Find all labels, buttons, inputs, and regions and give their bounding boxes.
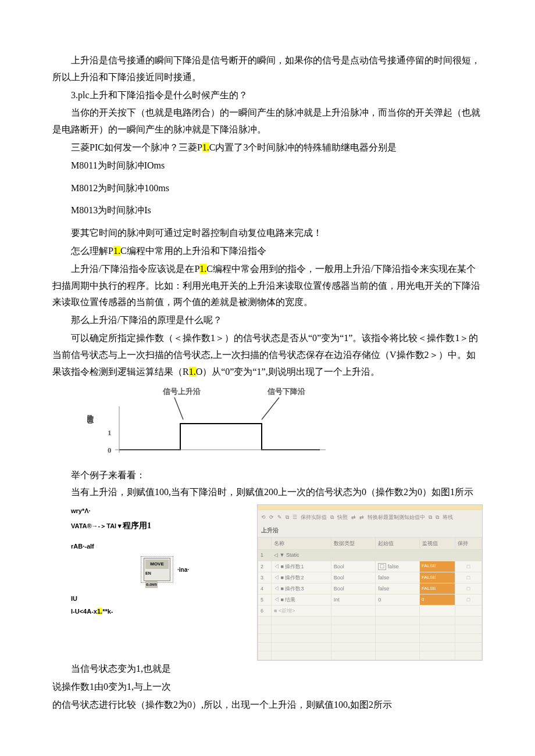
- para-3: 当你的开关按下（也就是电路闭合）的一瞬间产生的脉冲就是上升沿脉冲，而当你的开关弹…: [52, 105, 483, 138]
- example-l1: 举个例子来看看：: [71, 467, 483, 484]
- example-block: 举个例子来看看： 当有上升沿，则赋值100,当有下降沿时，则赋值200上一次的信…: [71, 467, 483, 661]
- after-p1: 当信号状态变为1,也就是: [52, 661, 483, 678]
- para-8: 要其它时间的脉冲则可通过定时器控制自动复位电路来完成！: [52, 225, 483, 242]
- tool-icon[interactable]: ⧉: [429, 513, 432, 522]
- para-9: 怎么理解P1.C编程中常用的上升沿和下降沿指令: [52, 243, 483, 260]
- after-p2: 说操作数1由0变为1,与上一次: [52, 679, 483, 696]
- highlight: 1.: [113, 246, 120, 256]
- table-row[interactable]: 2◁ ■ 操作数1Bool☐ falseFALSE□: [258, 561, 482, 572]
- tool-icon[interactable]: ⟲: [261, 513, 266, 522]
- label-y: 信号状态: [87, 415, 95, 424]
- tool-label: 保持实际值: [301, 513, 327, 522]
- para-5: M8011为时间脉冲IOms: [52, 157, 483, 174]
- tool-label: 转换标题置制测知始值中: [368, 513, 425, 522]
- signal-diagram: 信号上升沿 信号下降沿 信号状态 1 0: [87, 386, 483, 461]
- tool-icon[interactable]: ✎: [277, 513, 282, 522]
- svg-text:1: 1: [108, 428, 112, 437]
- table-row[interactable]: 6■ <新增>: [258, 605, 482, 617]
- table-row: [258, 634, 482, 643]
- example-l2: 当有上升沿，则赋值100,当有下降沿时，则赋值200上一次的信号状态为0（操作数…: [71, 484, 483, 501]
- label-falling: 信号下降沿: [267, 387, 305, 396]
- svg-line-0: [174, 397, 183, 420]
- highlight: 1.: [199, 264, 206, 274]
- col-monitor: 监视值: [419, 538, 455, 550]
- tool-icon[interactable]: ⧉: [286, 513, 289, 522]
- highlight: 1.: [189, 367, 196, 377]
- table-row[interactable]: 5◁ ■ 结果Int00□: [258, 594, 482, 605]
- para-12: 可以确定所指定操作数（＜操作数1＞）的信号状态是否从“0”变为“1”。该指令将比…: [52, 330, 483, 380]
- move-block: MOVE EN o.ovn ·ina·: [141, 556, 173, 583]
- tool-icon[interactable]: ⇄: [359, 513, 364, 522]
- tool-icon[interactable]: ⇄: [351, 513, 356, 522]
- para-6: M8012为时间脉冲100ms: [52, 180, 483, 197]
- after-p3: 的信号状态进行比较（操作数2为0）,所以，出现一个上升沿，则赋值100,如图2所…: [52, 697, 483, 714]
- table-row[interactable]: 1◁ ▼ Static: [258, 550, 482, 561]
- table-row: [258, 617, 482, 625]
- tool-icon[interactable]: ☰: [293, 513, 297, 522]
- col-type: 数据类型: [331, 538, 375, 550]
- para-2: 3.plc上升和下降沿指令是什么时候产生的？: [52, 87, 483, 104]
- table-row: [258, 651, 482, 660]
- tool-icon[interactable]: ⧉: [330, 513, 334, 522]
- highlight: 1.: [202, 142, 209, 152]
- table-row: [258, 643, 482, 651]
- tool-icon[interactable]: ⟳: [269, 513, 274, 522]
- para-4: 三菱PIC如何发一个脉冲？三菱P1.C内置了3个时间脉冲的特殊辅助继电器分别是: [52, 139, 483, 156]
- para-7: M8013为时间脉冲Is: [52, 202, 483, 219]
- col-keep: 保持: [455, 538, 482, 550]
- para-11: 那么上升沿/下降沿的原理是什么呢？: [52, 312, 483, 329]
- code-snippet: wry*Λ· VATA®→-＞TAI▼程序用1 rAB·-aIf MOVE EN…: [71, 504, 245, 618]
- para-10: 上升沿/下降沿指令应该说是在P1.C编程中常会用到的指令，一般用上升沿/下降沿指…: [52, 261, 483, 311]
- table-row[interactable]: 3◁ ■ 操作数2BoolfalseFALSE□: [258, 572, 482, 583]
- table-row: [258, 625, 482, 634]
- svg-text:0: 0: [108, 446, 112, 454]
- table-row[interactable]: 4◁ ■ 操作数3BoolfalseFALSE□: [258, 583, 482, 594]
- svg-line-1: [262, 397, 279, 420]
- col-start: 起始值: [376, 538, 420, 550]
- tool-label: 快照: [337, 513, 348, 522]
- data-table: ⟲ ⟳ ✎ ⧉ ☰ 保持实际值 ⧉ 快照 ⇄ ⇄ 转换标题置制测知始值中 ⧉ ⧉…: [257, 504, 483, 661]
- tool-icon[interactable]: ⧉: [436, 513, 439, 522]
- para-1: 上升沿是信号接通的瞬间下降沿是信号断开的瞬间，如果你的信号是点动信号接通停留的时…: [52, 52, 483, 86]
- col-name: 名称: [272, 538, 331, 550]
- label-rising: 信号上升沿: [162, 387, 201, 396]
